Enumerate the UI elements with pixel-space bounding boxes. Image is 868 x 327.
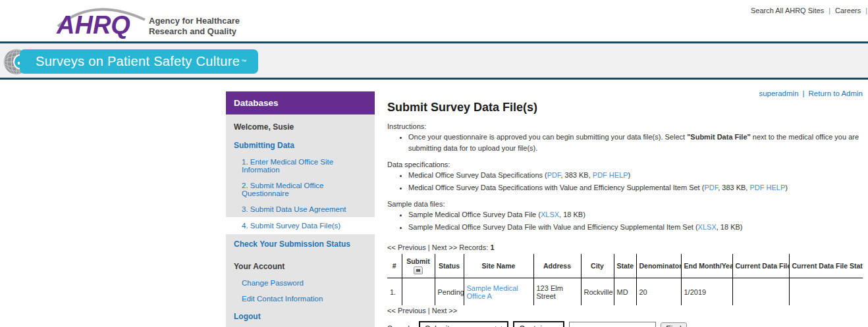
text-segment: , 383 KB, (718, 184, 749, 191)
search-label: Search: (387, 324, 414, 327)
column-header: Status (435, 254, 464, 278)
sidebar: Databases Welcome, SusieSubmitting Data1… (226, 91, 375, 327)
search-field-select[interactable]: Submit (419, 321, 508, 327)
inline-link[interactable]: PDF HELP (593, 171, 628, 179)
table-cell: 1. (387, 278, 402, 305)
sidebar-item-submitting-data[interactable]: Submitting Data (226, 137, 375, 154)
column-header: Current Data File Status (789, 254, 863, 278)
text-segment: , 383 KB, (561, 171, 593, 179)
bullet-item: Medical Office Survey Data Specification… (408, 170, 863, 181)
search-operator-value: Contains (519, 324, 550, 327)
pagination-top: << Previous | Next >> Records: 1 (387, 243, 865, 251)
column-header-label: Current Data File (736, 262, 790, 270)
column-header: City (581, 254, 614, 278)
main-content: Submit Survey Data File(s) Instructions:… (387, 80, 865, 327)
inline-link[interactable]: PDF (704, 184, 718, 191)
column-header-label: End Month/Year (684, 262, 733, 270)
search-bar: Search: Submit Contains Find (387, 321, 865, 327)
trademark-symbol: ™ (241, 59, 246, 64)
table-body: 1.PendingSample Medical Office A123 Elm … (387, 278, 863, 305)
text-segment: Sample Medical Office Survey Data File w… (408, 223, 698, 231)
section-label: Instructions: (387, 122, 865, 130)
text-segment: "Submit Data File" (687, 133, 751, 141)
column-header-label: City (591, 262, 604, 270)
records-value: 1 (490, 243, 494, 251)
next-link[interactable]: Next >> (432, 243, 458, 251)
submissions-table: #SubmitStatusSite NameAddressCityStateDe… (387, 254, 863, 305)
table-row: 1.PendingSample Medical Office A123 Elm … (387, 278, 863, 305)
sidebar-item-4-submit-survey-data-file-s[interactable]: 4. Submit Survey Data File(s) (226, 217, 375, 234)
table-cell (402, 278, 435, 305)
find-button[interactable]: Find (661, 322, 686, 327)
bullet-list: Sample Medical Office Survey Data File (… (387, 209, 865, 233)
sidebar-item-check-your-submission-status[interactable]: Check Your Submission Status (226, 236, 375, 253)
top-link[interactable]: Careers (835, 7, 861, 14)
sidebar-item-logout[interactable]: Logout (226, 308, 375, 325)
banner-title-text: Surveys on Patient Safety Culture (36, 54, 240, 69)
sidebar-title: Databases (226, 91, 375, 114)
top-link[interactable]: Search All AHRQ Sites (751, 7, 824, 14)
table-cell: Pending (435, 278, 464, 305)
column-header-label: Status (439, 262, 460, 270)
table-cell: MD (614, 278, 636, 305)
sidebar-item-3-submit-data-use-agreement[interactable]: 3. Submit Data Use Agreement (226, 201, 375, 217)
column-header-label: # (393, 262, 396, 270)
text-segment: Once your questionnaire is approved you … (408, 133, 687, 141)
search-operator-select[interactable]: Contains (513, 321, 564, 327)
submit-sort-button[interactable] (414, 266, 423, 274)
sidebar-item-edit-contact-information[interactable]: Edit Contact Information (226, 291, 375, 307)
bullet-item: Sample Medical Office Survey Data File w… (408, 222, 863, 233)
table-cell: Rockville (581, 278, 614, 305)
table-cell (732, 278, 789, 305)
brand-strip: Surveys on Patient Safety Culture™ (0, 43, 868, 80)
inline-link[interactable]: PDF (547, 171, 561, 179)
sidebar-item-1-enter-medical-office-site-information[interactable]: 1. Enter Medical Office Site Information (226, 154, 375, 178)
column-header: Submit (402, 254, 435, 278)
column-header: # (387, 254, 402, 278)
ahrq-logo[interactable]: AHRQ (55, 3, 148, 41)
page-body: superadmin|Return to Admin Databases Wel… (0, 80, 868, 325)
inline-link[interactable]: PDF HELP (749, 184, 785, 191)
column-header-label: Denominator (639, 262, 682, 270)
pagination-separator: | (428, 307, 430, 314)
banner-title: Surveys on Patient Safety Culture™ (20, 49, 258, 74)
text-segment: , 18 KB) (717, 223, 743, 231)
text-segment: Medical Office Survey Data Specification… (408, 184, 704, 191)
section-label: Data specifications: (387, 161, 865, 168)
column-header-label: Site Name (482, 262, 516, 270)
text-segment: Medical Office Survey Data Specification… (408, 171, 547, 179)
bullet-item: Sample Medical Office Survey Data File (… (408, 209, 863, 220)
logo-text: AHRQ (56, 11, 130, 39)
table-cell (789, 278, 863, 305)
site-name-link[interactable]: Sample Medical Office A (467, 284, 518, 300)
column-header-label: Address (543, 262, 571, 270)
table-header-row: #SubmitStatusSite NameAddressCityStateDe… (387, 254, 863, 278)
pagination-bottom: << Previous | Next >> (387, 307, 865, 314)
column-header: End Month/Year (681, 254, 732, 278)
header-utility-links: Search All AHRQ Sites|Careers|C (751, 7, 868, 14)
search-field-value: Submit (425, 324, 449, 327)
bullet-list: Once your questionnaire is approved you … (387, 132, 865, 154)
bullet-item: Medical Office Survey Data Specification… (408, 182, 863, 193)
inline-link[interactable]: XLSX (541, 211, 559, 218)
page-title: Submit Survey Data File(s) (387, 101, 865, 114)
text-segment: , 18 KB) (559, 211, 585, 218)
column-header-label: Submit (406, 257, 430, 265)
column-header-label: State (617, 262, 634, 270)
agency-name: Agency for Healthcare Research and Quali… (149, 16, 254, 38)
column-header-label: Current Data File Status (792, 262, 863, 270)
inline-link[interactable]: XLSX (698, 223, 717, 231)
pagination-separator: | (428, 243, 430, 251)
records-label: Records: (459, 243, 488, 251)
column-header: State (614, 254, 636, 278)
next-link[interactable]: Next >> (432, 307, 458, 314)
table-cell: 1/2019 (681, 278, 732, 305)
previous-link[interactable]: << Previous (387, 243, 426, 251)
top-link-separator: | (828, 7, 830, 14)
previous-link[interactable]: << Previous (387, 307, 426, 314)
sidebar-item-change-password[interactable]: Change Password (226, 275, 375, 291)
top-link-separator: | (865, 7, 867, 14)
sidebar-item-2-submit-medical-office-questionnaire[interactable]: 2. Submit Medical Office Questionnaire (226, 178, 375, 201)
search-input[interactable] (569, 322, 656, 327)
ahrq-swoosh-icon: AHRQ (55, 3, 148, 41)
